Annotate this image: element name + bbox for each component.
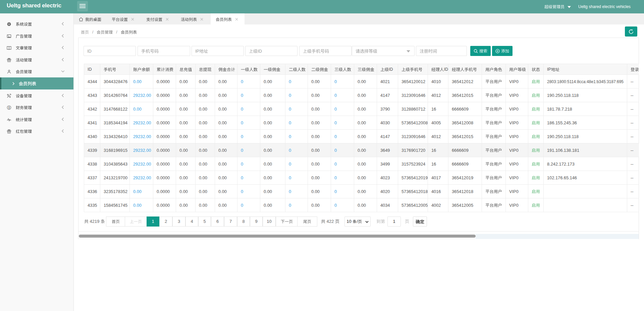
svg-text:$: $ bbox=[8, 106, 10, 109]
